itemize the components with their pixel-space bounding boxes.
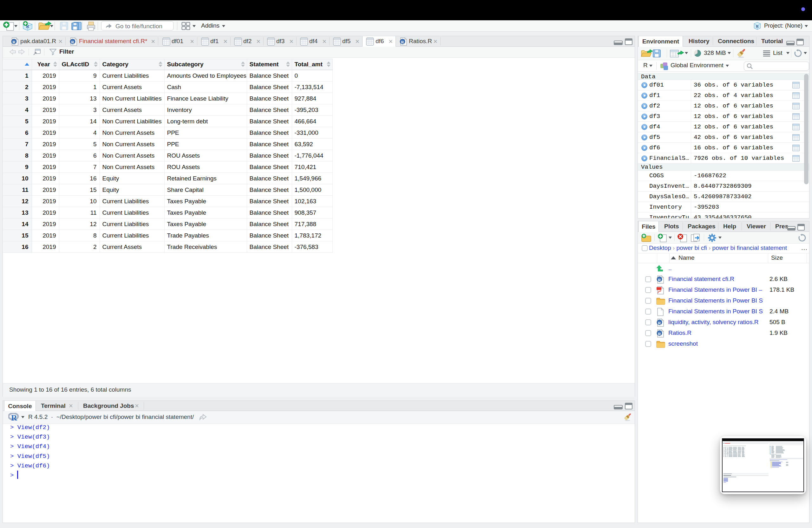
svg-text:R: R — [756, 24, 759, 29]
svg-text:R: R — [11, 413, 17, 421]
svg-text:R: R — [658, 321, 661, 325]
svg-text:R: R — [401, 40, 404, 44]
svg-text:R: R — [658, 332, 661, 336]
svg-text:R: R — [12, 40, 16, 44]
svg-text:R: R — [71, 40, 74, 44]
svg-text:R: R — [658, 278, 661, 282]
